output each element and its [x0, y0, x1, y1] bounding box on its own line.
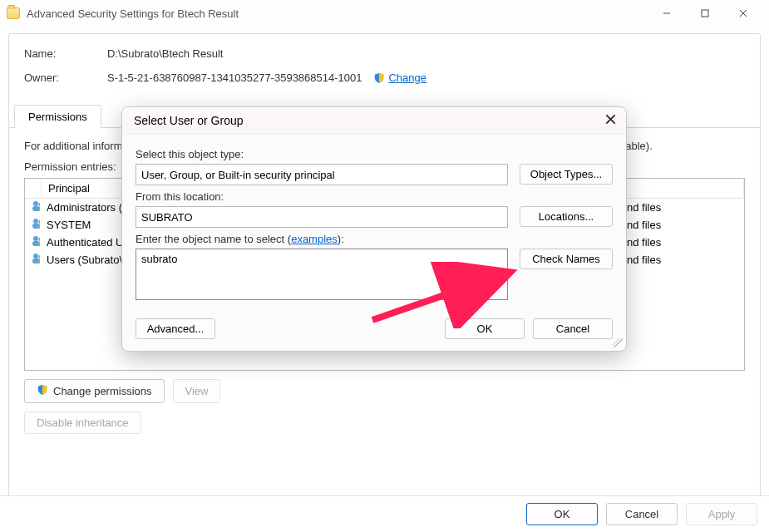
close-button[interactable] — [724, 0, 762, 27]
users-icon — [25, 252, 40, 268]
modal-ok-button[interactable]: OK — [445, 318, 525, 339]
svg-rect-1 — [702, 10, 708, 17]
users-icon — [25, 200, 40, 215]
dialog-title: Select User or Group — [134, 114, 244, 127]
disable-inheritance-button[interactable]: Disable inheritance — [24, 411, 141, 434]
titlebar: Advanced Security Settings for Btech Res… — [0, 0, 769, 27]
svg-point-8 — [33, 219, 38, 224]
apply-button[interactable]: Apply — [686, 503, 757, 525]
dialog-footer: OK Cancel Apply — [0, 495, 769, 532]
modal-cancel-button[interactable]: Cancel — [533, 318, 613, 339]
folder-icon — [7, 7, 20, 19]
object-name-label: Enter the object name to select (example… — [136, 233, 613, 245]
select-user-dialog: Select User or Group Select this object … — [121, 106, 627, 352]
tab-permissions[interactable]: Permissions — [14, 105, 101, 128]
object-types-button[interactable]: Object Types... — [520, 164, 613, 185]
svg-point-4 — [33, 201, 38, 206]
shield-icon — [37, 384, 48, 398]
object-name-input[interactable] — [136, 249, 508, 300]
location-input[interactable] — [136, 206, 508, 228]
name-label: Name: — [24, 47, 107, 60]
change-permissions-button[interactable]: Change permissions — [24, 379, 165, 403]
maximize-button[interactable] — [686, 0, 724, 27]
ok-button[interactable]: OK — [526, 503, 598, 525]
object-type-label: Select this object type: — [136, 148, 613, 160]
view-button[interactable]: View — [173, 379, 221, 403]
check-names-button[interactable]: Check Names — [520, 249, 613, 269]
owner-value: S-1-5-21-638760987-1341035277-3593868514… — [107, 71, 362, 84]
minimize-button[interactable] — [648, 0, 686, 27]
name-value: D:\Subrato\Btech Result — [107, 47, 223, 60]
advanced-button[interactable]: Advanced... — [136, 318, 215, 339]
users-icon — [25, 217, 40, 233]
owner-label: Owner: — [24, 71, 107, 84]
window-title: Advanced Security Settings for Btech Res… — [27, 7, 648, 20]
cancel-button[interactable]: Cancel — [606, 503, 678, 525]
svg-point-16 — [33, 254, 38, 259]
shield-icon — [373, 72, 385, 84]
resize-grip-icon[interactable] — [613, 337, 623, 347]
location-label: From this location: — [136, 190, 613, 203]
change-owner-link[interactable]: Change — [388, 71, 426, 84]
svg-point-12 — [33, 236, 38, 241]
close-icon[interactable] — [605, 114, 616, 127]
users-icon — [25, 234, 40, 250]
object-type-input[interactable] — [136, 164, 508, 185]
examples-link[interactable]: examples — [291, 233, 338, 245]
locations-button[interactable]: Locations... — [520, 206, 613, 227]
